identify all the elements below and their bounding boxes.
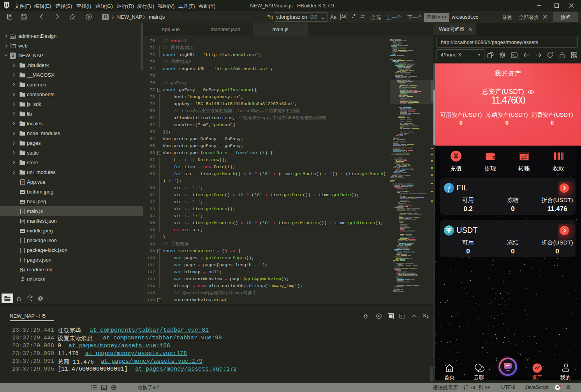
svg-text:V: V [21,181,24,184]
svg-text:J: J [22,210,23,213]
